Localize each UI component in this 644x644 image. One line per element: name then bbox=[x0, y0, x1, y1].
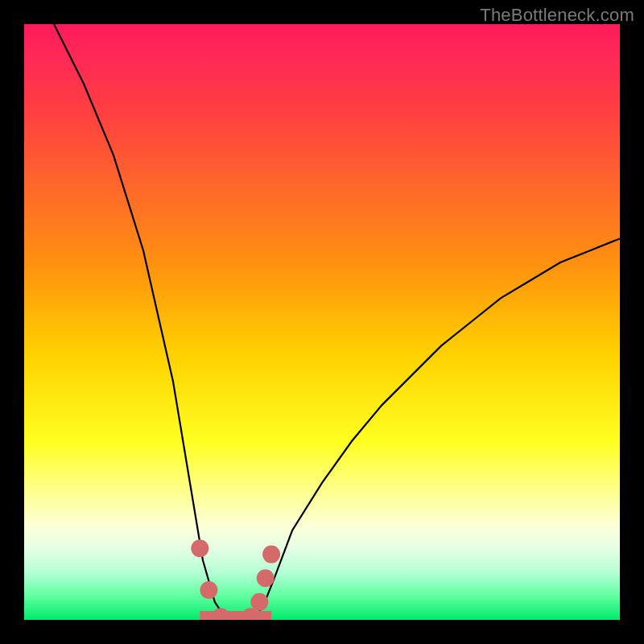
optimum-marker bbox=[257, 569, 275, 587]
optimum-marker bbox=[250, 593, 268, 611]
chart-svg bbox=[24, 24, 620, 620]
optimum-marker bbox=[262, 546, 280, 564]
optimum-markers bbox=[191, 539, 280, 620]
plot-area bbox=[24, 24, 620, 620]
watermark-text: TheBottleneck.com bbox=[480, 5, 634, 26]
bottleneck-curve bbox=[54, 24, 620, 620]
optimum-marker bbox=[200, 581, 217, 599]
optimum-marker bbox=[191, 539, 208, 557]
